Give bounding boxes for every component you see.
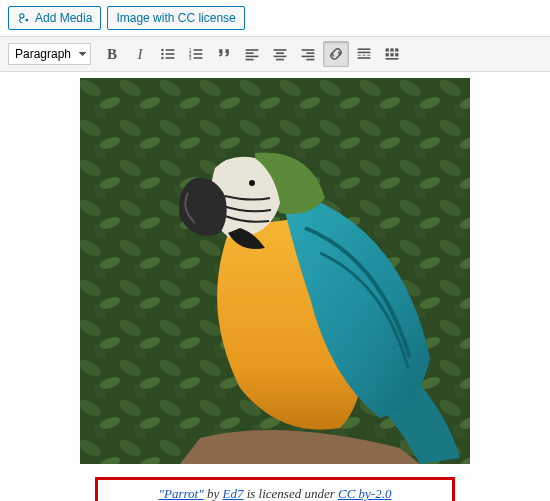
italic-button[interactable]: I	[127, 41, 153, 67]
image-caption: "Parrot" by Ed7 is licensed under CC by-…	[95, 477, 455, 501]
media-icon	[17, 11, 31, 25]
bullet-list-button[interactable]	[155, 41, 181, 67]
svg-rect-24	[302, 56, 315, 58]
svg-rect-27	[358, 52, 371, 54]
caption-author-link[interactable]: Ed7	[222, 486, 243, 501]
svg-rect-18	[274, 49, 287, 51]
caption-title-link[interactable]: "Parrot"	[159, 486, 204, 501]
add-media-label: Add Media	[35, 11, 92, 25]
svg-rect-11	[194, 53, 203, 55]
svg-rect-3	[166, 49, 175, 51]
svg-point-2	[161, 49, 163, 51]
svg-point-6	[161, 57, 163, 59]
svg-rect-35	[386, 53, 389, 56]
cc-license-label: Image with CC license	[116, 11, 235, 25]
toolbar-toggle-button[interactable]	[379, 41, 405, 67]
svg-rect-9	[194, 49, 203, 51]
editor-toolbar: Paragraph B I 123	[0, 36, 550, 72]
svg-rect-34	[395, 48, 398, 51]
svg-rect-13	[194, 57, 203, 59]
caption-licensed-text: is licensed under	[243, 486, 338, 501]
caption-license-link[interactable]: CC by-2.0	[338, 486, 391, 501]
link-button[interactable]	[323, 41, 349, 67]
svg-rect-32	[386, 48, 389, 51]
svg-rect-38	[386, 58, 399, 60]
svg-rect-20	[274, 56, 287, 58]
svg-point-4	[161, 53, 163, 55]
svg-rect-30	[367, 55, 370, 56]
svg-rect-37	[395, 53, 398, 56]
image-block	[8, 78, 542, 467]
caption-by-text: by	[204, 486, 223, 501]
editor-content[interactable]: "Parrot" by Ed7 is licensed under CC by-…	[0, 72, 550, 501]
svg-rect-21	[276, 59, 284, 61]
add-media-button[interactable]: Add Media	[8, 6, 101, 30]
svg-rect-17	[246, 59, 254, 61]
svg-rect-19	[276, 52, 284, 54]
insert-more-button[interactable]	[351, 41, 377, 67]
svg-rect-14	[246, 49, 259, 51]
align-right-button[interactable]	[295, 41, 321, 67]
numbered-list-button[interactable]: 123	[183, 41, 209, 67]
svg-rect-25	[306, 59, 314, 61]
align-left-button[interactable]	[239, 41, 265, 67]
svg-rect-36	[390, 53, 393, 56]
svg-rect-29	[362, 55, 365, 56]
parrot-image[interactable]	[80, 78, 470, 464]
svg-rect-28	[358, 55, 361, 56]
media-button-row: Add Media Image with CC license	[0, 0, 550, 36]
svg-point-45	[249, 180, 255, 186]
svg-rect-22	[302, 49, 315, 51]
svg-rect-33	[390, 48, 393, 51]
align-center-button[interactable]	[267, 41, 293, 67]
bold-button[interactable]: B	[99, 41, 125, 67]
svg-point-0	[20, 14, 24, 18]
svg-rect-16	[246, 56, 259, 58]
svg-rect-5	[166, 53, 175, 55]
format-select[interactable]: Paragraph	[8, 43, 91, 65]
svg-text:3: 3	[189, 56, 192, 61]
blockquote-button[interactable]	[211, 41, 237, 67]
cc-license-button[interactable]: Image with CC license	[107, 6, 244, 30]
svg-rect-7	[166, 57, 175, 59]
svg-rect-26	[358, 48, 371, 50]
svg-rect-15	[246, 52, 254, 54]
svg-rect-23	[306, 52, 314, 54]
svg-rect-31	[358, 57, 371, 59]
svg-point-1	[25, 19, 28, 22]
